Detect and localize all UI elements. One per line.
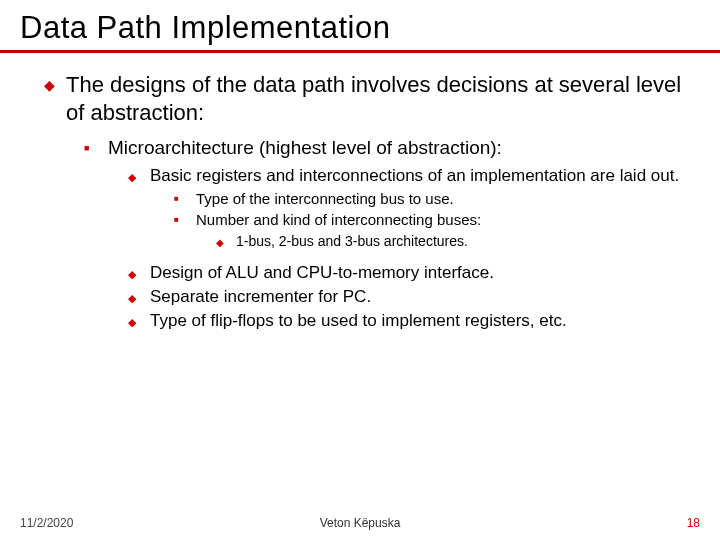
bullet-text: Type of the interconnecting bus to use. (196, 189, 690, 209)
diamond-icon: ◆ (128, 286, 150, 305)
square-icon: ■ (174, 189, 196, 204)
bullet-text: Type of flip-flops to be used to impleme… (150, 310, 690, 332)
diamond-icon: ◆ (128, 262, 150, 281)
diamond-icon: ◆ (216, 232, 236, 249)
bullet-text: Separate incrementer for PC. (150, 286, 690, 308)
bullet-text: Basic registers and interconnections of … (150, 165, 690, 187)
diamond-icon: ◆ (44, 71, 66, 95)
square-icon: ■ (174, 210, 196, 225)
slide: Data Path Implementation ◆ The designs o… (0, 0, 720, 540)
footer-author: Veton Këpuska (0, 516, 720, 530)
diamond-icon: ◆ (128, 165, 150, 184)
slide-body: ◆ The designs of the data path involves … (0, 53, 720, 332)
bullet-text: Design of ALU and CPU-to-memory interfac… (150, 262, 690, 284)
bullet-text: Microarchitecture (highest level of abst… (108, 136, 690, 161)
bullet-text: 1-bus, 2-bus and 3-bus architectures. (236, 232, 690, 250)
bullet-level5: ◆ 1-bus, 2-bus and 3-bus architectures. (216, 232, 690, 250)
bullet-text: The designs of the data path involves de… (66, 71, 690, 126)
square-icon: ■ (84, 136, 108, 155)
bullet-level3: ◆ Basic registers and interconnections o… (128, 165, 690, 187)
bullet-text: Number and kind of interconnecting buses… (196, 210, 690, 230)
bullet-level3: ◆ Design of ALU and CPU-to-memory interf… (128, 262, 690, 284)
footer-page-number: 18 (687, 516, 700, 530)
bullet-level4: ■ Number and kind of interconnecting bus… (174, 210, 690, 230)
bullet-level2: ■ Microarchitecture (highest level of ab… (84, 136, 690, 161)
bullet-level4: ■ Type of the interconnecting bus to use… (174, 189, 690, 209)
bullet-level3: ◆ Separate incrementer for PC. (128, 286, 690, 308)
bullet-level3: ◆ Type of flip-flops to be used to imple… (128, 310, 690, 332)
bullet-level1: ◆ The designs of the data path involves … (44, 71, 690, 126)
diamond-icon: ◆ (128, 310, 150, 329)
slide-title: Data Path Implementation (0, 0, 720, 50)
